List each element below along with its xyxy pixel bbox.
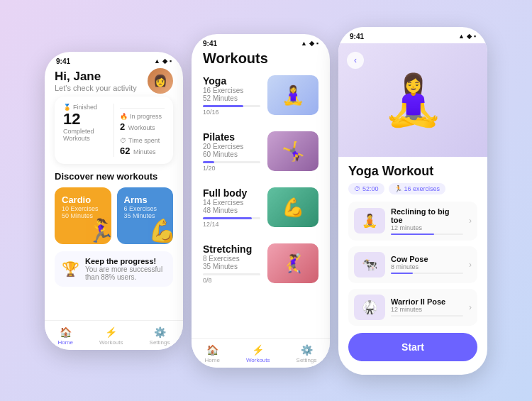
finished-stat: 🏅 Finished 12 Completed Workouts [63, 104, 108, 157]
exercise-name-1: Reclining to big toe [391, 207, 463, 224]
workout-cards: Cardio 10 Exercises 50 Minutes 🏃‍♀️ Arms… [55, 187, 173, 244]
time-tag: ⏱ 52:00 [348, 183, 384, 194]
pilates-thumb: 🤸‍♀️ [267, 131, 318, 171]
exercise-duration-2: 8 minutes [391, 263, 463, 270]
status-bar-1: 9:41 ▲ ◆ ▪ [45, 52, 183, 68]
chevron-icon-1: › [469, 216, 472, 226]
status-icons-2: ▲ ◆ ▪ [301, 40, 318, 47]
time-3: 9:41 [350, 33, 364, 40]
exercise-duration-3: 12 minutes [391, 306, 463, 313]
exercise-item-2[interactable]: 🐄 Cow Pose 8 minutes › [348, 246, 477, 283]
bottom-nav-1: 🏠 Home ⚡ Workouts ⚙️ Settings [45, 320, 183, 350]
exercise-thumb-2: 🐄 [354, 252, 385, 278]
phone-workouts: 9:41 ▲ ◆ ▪ Workouts Yoga 16 Exercises 52… [192, 34, 330, 368]
nav-home-2[interactable]: 🏠 Home [205, 344, 220, 363]
nav-settings[interactable]: ⚙️ Settings [150, 326, 170, 346]
exercise-item-1[interactable]: 🧘 Reclining to big toe 12 minutes › [348, 202, 477, 241]
keep-sub: You are more successful than 88% users. [85, 265, 162, 281]
keep-progress-banner: 🏆 Keep the progress! You are more succes… [55, 251, 173, 287]
trophy-icon: 🏆 [62, 260, 79, 278]
clock-icon: ⏱ [354, 185, 360, 192]
time-2: 9:41 [203, 40, 217, 48]
nav-workouts-2[interactable]: ⚡ Workouts [246, 344, 270, 363]
chevron-icon-2: › [469, 260, 472, 270]
status-icons-1: ▲ ◆ ▪ [154, 57, 172, 65]
status-icons-3: ▲ ◆ ▪ [458, 33, 476, 40]
chevron-icon-3: › [469, 302, 472, 312]
exercises-tag: 🏃 16 exercises [389, 183, 446, 194]
workouts-icon-2: ⚡ [252, 344, 264, 356]
status-bar-3: 9:41 ▲ ◆ ▪ [338, 27, 487, 43]
home-icon: 🏠 [60, 326, 72, 338]
discover-title: Discover new workouts [55, 171, 173, 182]
list-item[interactable]: Yoga 16 Exercises 52 Minutes 10/16 🧘‍♀️ [203, 75, 318, 116]
nav-settings-2[interactable]: ⚙️ Settings [297, 344, 317, 363]
list-item[interactable]: Pilates 20 Exercises 60 Minutes 1/20 🤸‍♀… [203, 131, 318, 172]
bottom-nav-2: 🏠 Home ⚡ Workouts ⚙️ Settings [192, 338, 330, 368]
yoga-thumb: 🧘‍♀️ [267, 75, 318, 115]
exercise-name-3: Warrior II Pose [391, 297, 463, 306]
fullbody-thumb: 💪 [267, 187, 318, 227]
exercise-item-3[interactable]: 🥋 Warrior II Pose 12 minutes › [348, 289, 477, 326]
status-bar-2: 9:41 ▲ ◆ ▪ [192, 34, 330, 50]
phone-detail: 9:41 ▲ ◆ ▪ ‹ 🧘‍♀️ Yoga Workout ⏱ 52:00 🏃… [338, 27, 487, 375]
hero-image: ‹ 🧘‍♀️ [338, 43, 487, 157]
exercise-thumb-1: 🧘 [354, 208, 385, 234]
workouts-icon: ⚡ [105, 326, 117, 338]
time-1: 9:41 [56, 57, 70, 65]
yoga-workout-title: Yoga Workout [348, 164, 477, 179]
back-button[interactable]: ‹ [347, 52, 364, 69]
exercise-thumb-3: 🥋 [354, 295, 385, 320]
workout-list: Yoga 16 Exercises 52 Minutes 10/16 🧘‍♀️ … [203, 75, 318, 294]
avatar: 👩 [148, 68, 173, 94]
settings-icon-2: ⚙️ [301, 344, 313, 356]
settings-icon: ⚙️ [154, 326, 166, 338]
list-item[interactable]: Stretching 8 Exercises 35 Minutes 0/8 🤾‍… [203, 243, 318, 284]
phone-home: 9:41 ▲ ◆ ▪ Hi, Jane Let's check your act… [45, 52, 183, 350]
nav-home[interactable]: 🏠 Home [58, 326, 73, 346]
stats-card: 🏅 Finished 12 Completed Workouts 🔥 In pr… [55, 97, 173, 164]
greeting: Hi, Jane Let's check your activity [55, 70, 137, 92]
greeting-name: Hi, Jane [55, 70, 137, 84]
arms-card[interactable]: Arms 6 Exercises 35 Minutes 💪 [117, 187, 174, 244]
exercise-list: 🧘 Reclining to big toe 12 minutes › 🐄 Co… [348, 202, 477, 326]
cardio-card[interactable]: Cardio 10 Exercises 50 Minutes 🏃‍♀️ [55, 187, 111, 244]
exercise-duration-1: 12 minutes [391, 224, 463, 231]
yoga-tags: ⏱ 52:00 🏃 16 exercises [348, 183, 477, 194]
list-item[interactable]: Full body 14 Exercises 48 Minutes 12/14 … [203, 187, 318, 228]
stretching-thumb: 🤾‍♀️ [267, 243, 318, 283]
greeting-subtitle: Let's check your activity [55, 84, 137, 92]
keep-title: Keep the progress! [85, 257, 166, 265]
home-icon-2: 🏠 [206, 344, 218, 356]
start-button[interactable]: Start [348, 333, 477, 361]
exercise-name-2: Cow Pose [391, 255, 463, 263]
workouts-title: Workouts [203, 50, 318, 67]
in-progress-stat: 🔥 In progress 2 Workouts ⏱ Time spent 62… [120, 104, 165, 157]
finished-sub: Completed Workouts [63, 128, 108, 142]
nav-workouts[interactable]: ⚡ Workouts [99, 326, 123, 346]
finished-count: 12 [63, 111, 108, 128]
run-icon: 🏃 [394, 185, 402, 192]
